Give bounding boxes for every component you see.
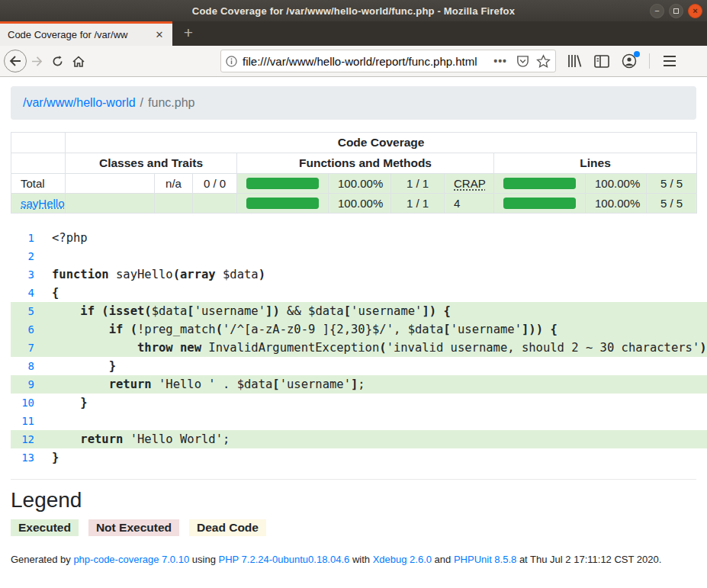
functions-progress [246, 198, 319, 209]
menu-button[interactable] [664, 56, 676, 66]
forward-button[interactable] [27, 50, 47, 72]
functions-ratio-cell: 1 / 1 [391, 194, 445, 214]
new-tab-button[interactable]: + [177, 21, 200, 46]
legend-divider [11, 479, 696, 480]
code-text: if (isset($data['username']) && $data['u… [52, 302, 451, 320]
code-line: 4{ [11, 284, 707, 302]
functions-percent-cell: 100.00% [329, 194, 391, 214]
home-button[interactable] [68, 50, 89, 72]
functions-ratio-cell: 1 / 1 [391, 174, 445, 194]
report-footer: Generated by php-code-coverage 7.0.10 us… [11, 554, 696, 565]
code-text: throw new InvalidArgumentException('inva… [52, 339, 707, 357]
reload-button[interactable] [47, 50, 68, 72]
breadcrumb-current: func.php [148, 96, 194, 109]
line-number-link[interactable]: 5 [28, 305, 34, 317]
coverage-table-body: Totaln/a0 / 0100.00%1 / 1CRAP100.00%5 / … [11, 174, 697, 214]
code-text: function sayHello(array $data) [52, 265, 265, 284]
back-button[interactable] [4, 50, 27, 72]
functions-bar-cell [237, 174, 329, 194]
line-number-link[interactable]: 12 [21, 433, 34, 445]
page-actions-icon[interactable]: ••• [493, 55, 507, 67]
code-text: <?php [52, 229, 88, 247]
page-info-icon[interactable] [226, 56, 237, 67]
lines-progress-bar [503, 198, 576, 209]
footer-link[interactable]: Xdebug 2.6.0 [373, 554, 432, 565]
classes-percent-cell: n/a [155, 174, 193, 194]
classes-bar-cell [66, 194, 155, 214]
legend-badge-executed: Executed [11, 519, 79, 536]
functions-progress-bar [246, 198, 319, 209]
window-controls: − × [650, 4, 702, 18]
line-number: 7 [11, 339, 34, 357]
code-line: 13} [11, 448, 707, 467]
line-number-link[interactable]: 2 [28, 250, 34, 262]
classes-bar-cell [66, 174, 155, 194]
bookmark-star-icon[interactable] [536, 54, 551, 69]
lines-ratio-cell: 5 / 5 [647, 174, 697, 194]
url-bar[interactable]: file:///var/www/hello-world/report/func.… [220, 50, 556, 72]
breadcrumb-separator: / [140, 96, 143, 109]
line-number: 4 [11, 284, 34, 302]
footer-link[interactable]: php-code-coverage 7.0.10 [73, 554, 189, 565]
close-button[interactable]: × [688, 4, 702, 18]
crap-abbr: CRAP [454, 177, 486, 190]
pocket-icon[interactable] [516, 54, 530, 69]
line-number-link[interactable]: 9 [28, 378, 34, 390]
code-line: 10 } [11, 394, 707, 412]
classes-percent-cell [155, 194, 193, 214]
footer-link[interactable]: PHPUnit 8.5.8 [454, 554, 516, 565]
lines-progress [503, 178, 576, 189]
line-number-link[interactable]: 6 [28, 323, 34, 336]
crap-cell: 4 [445, 194, 494, 214]
lines-progress [503, 198, 576, 209]
line-number-link[interactable]: 3 [28, 268, 34, 281]
footer-link[interactable]: PHP 7.2.24-0ubuntu0.18.04.6 [218, 554, 349, 565]
code-line: 7 throw new InvalidArgumentException('in… [11, 339, 707, 357]
tab-close-icon[interactable]: ✕ [153, 29, 166, 40]
reload-icon [52, 56, 63, 67]
code-text: } [52, 448, 59, 467]
line-number: 13 [11, 448, 34, 467]
maximize-icon [673, 8, 679, 14]
code-line: 6 if (!preg_match('/^[a-zA-z0-9 ]{2,30}$… [11, 320, 707, 339]
lines-ratio-cell: 5 / 5 [647, 194, 697, 214]
lines-progress-bar [503, 178, 576, 189]
tab-code-coverage[interactable]: Code Coverage for /var/ww ✕ [0, 21, 172, 46]
line-number-link[interactable]: 8 [28, 360, 34, 372]
account-button[interactable] [622, 53, 637, 69]
line-number-link[interactable]: 10 [21, 397, 34, 409]
line-number-link[interactable]: 1 [28, 232, 34, 244]
code-text: return 'Hello World'; [52, 430, 230, 448]
code-text: if (!preg_match('/^[a-zA-z0-9 ]{2,30}$/'… [52, 320, 558, 339]
lines-percent-cell: 100.00% [586, 174, 647, 194]
url-text[interactable]: file:///var/www/hello-world/report/func.… [243, 55, 489, 68]
table-row: Totaln/a0 / 0100.00%1 / 1CRAP100.00%5 / … [11, 174, 697, 194]
breadcrumb: /var/www/hello-world/func.php [11, 86, 696, 120]
line-number: 11 [11, 412, 34, 430]
line-number-link[interactable]: 7 [28, 342, 34, 354]
crap-cell: CRAP [445, 174, 494, 194]
line-number-link[interactable]: 13 [21, 451, 34, 464]
line-number: 10 [11, 394, 34, 412]
library-icon[interactable] [567, 54, 582, 68]
line-number: 12 [11, 430, 34, 448]
maximize-button[interactable] [669, 4, 683, 18]
code-text: return 'Hello ' . $data['username']; [52, 375, 365, 394]
sidebar-icon[interactable] [594, 55, 609, 68]
table-header-row-groups: Classes and Traits Functions and Methods… [11, 153, 697, 174]
breadcrumb-link-project[interactable]: /var/www/hello-world [23, 96, 136, 109]
line-number: 6 [11, 320, 34, 339]
legend-badge-not-executed: Not Executed [88, 519, 179, 536]
code-text: { [52, 284, 59, 302]
code-line: 9 return 'Hello ' . $data['username']; [11, 375, 707, 394]
code-line: 2 [11, 247, 707, 265]
minimize-button[interactable]: − [650, 4, 664, 18]
line-number-link[interactable]: 11 [21, 415, 34, 427]
home-icon [72, 56, 85, 67]
code-line: 5 if (isset($data['username']) && $data[… [11, 302, 707, 320]
lines-bar-cell [494, 174, 586, 194]
item-link[interactable]: sayHello [21, 197, 65, 210]
table-header-row-title: Code Coverage [11, 133, 697, 153]
legend-badges: ExecutedNot ExecutedDead Code [11, 519, 696, 536]
line-number-link[interactable]: 4 [28, 287, 34, 299]
